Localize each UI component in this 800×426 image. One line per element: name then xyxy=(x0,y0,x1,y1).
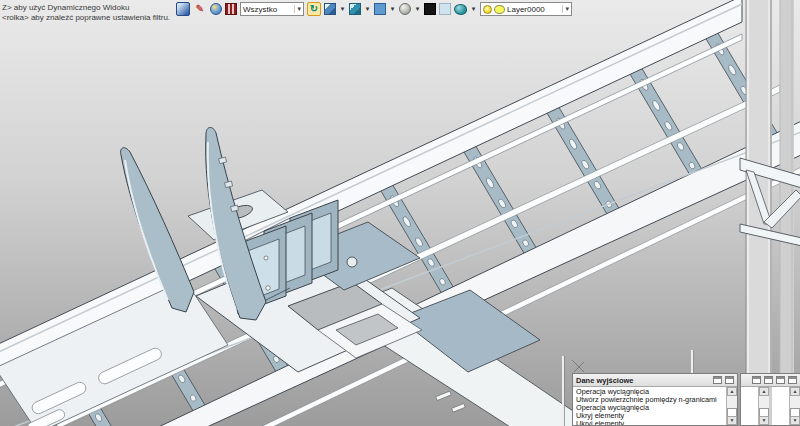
chevron-down-icon[interactable]: ▾ xyxy=(389,5,396,13)
history-item[interactable]: Ukryj elementy xyxy=(576,420,726,425)
scroll-up-icon[interactable]: ▲ xyxy=(790,387,800,396)
material-sphere-icon[interactable] xyxy=(399,3,411,15)
operation-history-list: Operacja wyciągnięciaUtwórz powierzchnie… xyxy=(573,387,726,425)
secondary-panel-column: ▲ ▼ xyxy=(772,387,800,425)
chart-filter-icon[interactable] xyxy=(225,3,237,15)
selection-filter-value: Wszystko xyxy=(243,5,292,14)
selection-filter-dropdown[interactable]: Wszystko ▾ xyxy=(240,2,304,16)
panel-window-icon[interactable] xyxy=(713,376,722,384)
secondary-panel: ▲ ▼ ▲ ▼ xyxy=(740,373,800,426)
chevron-down-icon[interactable]: ▾ xyxy=(294,5,301,13)
secondary-panel-column: ▲ ▼ xyxy=(741,387,769,425)
secondary-panel-header xyxy=(741,374,800,387)
scroll-up-icon[interactable]: ▲ xyxy=(759,387,769,396)
chevron-down-icon[interactable]: ▾ xyxy=(339,5,346,13)
toolbar-left-icons: ✎ xyxy=(176,2,237,16)
chevron-down-icon[interactable]: ▾ xyxy=(364,5,371,13)
globe-icon[interactable] xyxy=(210,3,222,15)
blue-swatch-icon[interactable] xyxy=(374,3,386,15)
panel-window-icon[interactable] xyxy=(764,376,773,384)
material-blob-icon[interactable] xyxy=(454,4,467,15)
layer-color-icon[interactable] xyxy=(494,5,505,14)
dynamic-view-icon[interactable]: ↻ xyxy=(307,2,321,16)
layer-dropdown[interactable]: Layer0000 ▾ xyxy=(480,2,572,16)
panel-window-icon[interactable] xyxy=(788,376,797,384)
command-prompt-line2: <rolka> aby znaleźć poprawne ustawienia … xyxy=(2,13,170,23)
black-swatch-icon[interactable] xyxy=(424,3,436,15)
chevron-down-icon[interactable]: ▾ xyxy=(562,5,569,13)
scroll-down-icon[interactable]: ▼ xyxy=(759,416,769,425)
scroll-up-icon[interactable]: ▲ xyxy=(727,387,737,396)
select-icon[interactable] xyxy=(176,2,190,16)
panel-window-icon[interactable] xyxy=(752,376,761,384)
pen-icon[interactable]: ✎ xyxy=(193,2,207,16)
shade-cube-icon[interactable] xyxy=(349,3,361,15)
command-prompt-line1: Z> aby użyć Dynamicznego Widoku xyxy=(2,3,170,13)
lightblue-swatch-icon[interactable] xyxy=(439,3,451,15)
output-data-panel: Dane wyjściowe Operacja wyciągnięciaUtwó… xyxy=(572,373,738,426)
toolbar-mid-icons: ↻▾▾▾▾▾ xyxy=(307,2,477,16)
panel-window-icon[interactable] xyxy=(725,376,734,384)
toolbar: ✎ Wszystko ▾ ↻▾▾▾▾▾ Layer0000 ▾ xyxy=(176,1,572,17)
layer-dropdown-value: Layer0000 xyxy=(507,5,560,14)
panel-window-icon[interactable] xyxy=(776,376,785,384)
view-cube-icon[interactable] xyxy=(324,3,336,15)
secondary-scrollbar[interactable]: ▲ ▼ xyxy=(789,387,800,425)
chevron-down-icon[interactable]: ▾ xyxy=(470,5,477,13)
layer-visibility-bulb-icon[interactable] xyxy=(483,5,492,14)
history-scrollbar[interactable]: ▲ ▼ xyxy=(726,387,737,425)
output-panel-header: Dane wyjściowe xyxy=(573,374,737,387)
scroll-down-icon[interactable]: ▼ xyxy=(727,416,737,425)
output-panel-title: Dane wyjściowe xyxy=(576,376,710,385)
scroll-down-icon[interactable]: ▼ xyxy=(790,416,800,425)
chevron-down-icon[interactable]: ▾ xyxy=(414,5,421,13)
command-prompt: Z> aby użyć Dynamicznego Widoku <rolka> … xyxy=(2,3,170,23)
secondary-scrollbar[interactable]: ▲ ▼ xyxy=(758,387,769,425)
cad-viewport[interactable] xyxy=(0,0,800,426)
